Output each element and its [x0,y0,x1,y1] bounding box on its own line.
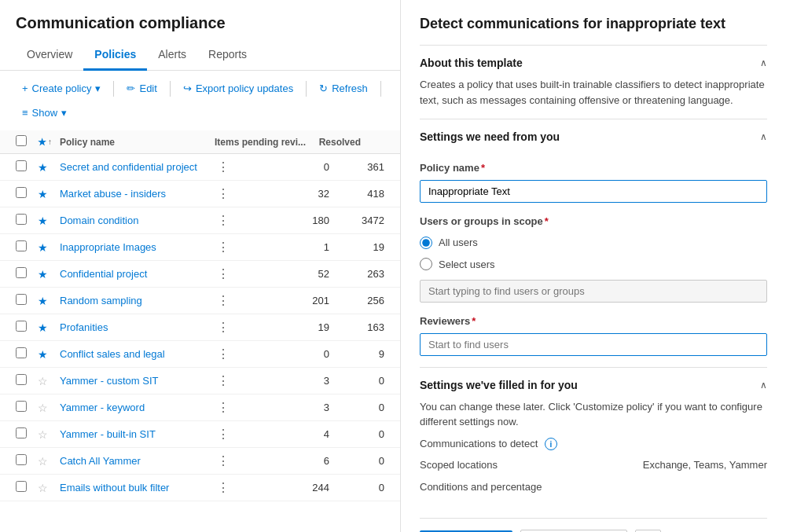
reviewers-input[interactable] [420,333,767,356]
row-policy-name[interactable]: Profanities [60,321,211,333]
row-checkbox[interactable] [16,454,27,465]
about-section-header[interactable]: About this template ∧ [420,46,767,77]
row-more[interactable]: ⋮ [211,240,235,255]
header-star[interactable]: ★ ↑ [38,137,60,148]
row-more[interactable]: ⋮ [211,160,235,174]
row-policy-name[interactable]: Inappropriate Images [60,241,211,253]
row-checkbox[interactable] [16,187,27,198]
row-star[interactable]: ☆ [38,482,60,494]
row-policy-name[interactable]: Yammer - built-in SIT [60,428,211,440]
row-star[interactable]: ★ [38,161,60,174]
row-more[interactable]: ⋮ [211,427,235,442]
row-check[interactable] [16,427,38,441]
all-users-radio[interactable] [420,237,432,249]
row-star[interactable]: ☆ [38,428,60,441]
tab-overview[interactable]: Overview [16,40,83,71]
row-check[interactable] [16,240,38,254]
row-more[interactable]: ⋮ [211,320,235,335]
row-policy-name[interactable]: Emails without bulk filter [60,482,211,493]
row-check[interactable] [16,454,38,468]
tab-alerts[interactable]: Alerts [147,40,197,71]
tab-reports[interactable]: Reports [197,40,258,71]
settings-section-header[interactable]: Settings we need from you ∧ [420,119,767,151]
header-pending[interactable]: Items pending revi... [211,137,306,148]
star-icon[interactable]: ★ [38,268,48,281]
star-icon[interactable]: ★ [38,295,48,307]
row-more[interactable]: ⋮ [211,266,235,281]
row-policy-name[interactable]: Yammer - keyword [60,402,211,413]
row-more[interactable]: ⋮ [211,453,235,468]
row-star[interactable]: ☆ [38,455,60,468]
users-search-input[interactable] [420,280,767,303]
row-check[interactable] [16,214,38,227]
row-star[interactable]: ★ [38,348,60,361]
show-button[interactable]: ≡ Show ▾ [16,103,73,123]
export-button[interactable]: ↪ Export policy updates [177,79,299,98]
row-check[interactable] [16,347,38,361]
star-icon[interactable]: ☆ [38,455,48,468]
star-icon[interactable]: ★ [38,215,48,227]
star-icon[interactable]: ☆ [38,428,48,441]
row-check[interactable] [16,321,38,334]
row-policy-name[interactable]: Random sampling [60,295,211,306]
row-more[interactable]: ⋮ [211,347,235,361]
filled-section-header[interactable]: Settings we've filled in for you ∧ [420,368,767,399]
row-check[interactable] [16,160,38,174]
header-policy-name[interactable]: Policy name [60,137,211,148]
row-checkbox[interactable] [16,374,27,385]
refresh-button[interactable]: ↻ Refresh [313,79,374,98]
row-policy-name[interactable]: Market abuse - insiders [60,188,211,200]
row-more[interactable]: ⋮ [211,480,235,495]
row-policy-name[interactable]: Secret and confidential project [60,161,211,173]
info-icon[interactable]: i [545,438,557,450]
row-policy-name[interactable]: Catch All Yammer [60,455,211,467]
row-check[interactable] [16,267,38,281]
row-check[interactable] [16,481,38,494]
row-more[interactable]: ⋮ [211,186,235,201]
row-star[interactable]: ☆ [38,375,60,387]
row-checkbox[interactable] [16,160,27,171]
row-star[interactable]: ☆ [38,402,60,414]
row-checkbox[interactable] [16,321,27,332]
row-star[interactable]: ★ [38,241,60,254]
star-icon[interactable]: ☆ [38,482,48,494]
row-check[interactable] [16,187,38,200]
select-users-option[interactable]: Select users [420,257,767,273]
star-icon[interactable]: ★ [38,348,48,361]
row-star[interactable]: ★ [38,321,60,334]
row-policy-name[interactable]: Yammer - custom SIT [60,375,211,387]
row-check[interactable] [16,374,38,387]
select-all-checkbox[interactable] [16,135,27,146]
header-resolved[interactable]: Resolved [306,137,361,148]
row-checkbox[interactable] [16,401,27,412]
create-policy-button[interactable]: + Create policy ▾ [16,79,107,98]
row-more[interactable]: ⋮ [211,293,235,308]
select-users-radio[interactable] [420,258,432,270]
row-checkbox[interactable] [16,240,27,251]
row-star[interactable]: ★ [38,268,60,281]
all-users-option[interactable]: All users [420,235,767,251]
tab-policies[interactable]: Policies [83,40,147,71]
row-checkbox[interactable] [16,267,27,278]
row-more[interactable]: ⋮ [211,373,235,388]
row-checkbox[interactable] [16,214,27,225]
star-icon[interactable]: ★ [38,321,48,334]
row-checkbox[interactable] [16,427,27,438]
star-icon[interactable]: ☆ [38,402,48,414]
row-more[interactable]: ⋮ [211,213,235,228]
row-check[interactable] [16,294,38,307]
row-checkbox[interactable] [16,347,27,358]
star-icon[interactable]: ☆ [38,375,48,387]
star-icon[interactable]: ★ [38,241,48,254]
row-policy-name[interactable]: Confidential project [60,268,211,280]
policy-name-input[interactable] [420,180,767,203]
row-star[interactable]: ★ [38,295,60,307]
star-icon[interactable]: ★ [38,188,48,200]
edit-button[interactable]: ✏ Edit [120,79,163,98]
row-star[interactable]: ★ [38,188,60,200]
row-more[interactable]: ⋮ [211,400,235,415]
row-policy-name[interactable]: Conflict sales and legal [60,348,211,360]
star-icon[interactable]: ★ [38,161,48,174]
row-star[interactable]: ★ [38,215,60,227]
row-checkbox[interactable] [16,294,27,305]
